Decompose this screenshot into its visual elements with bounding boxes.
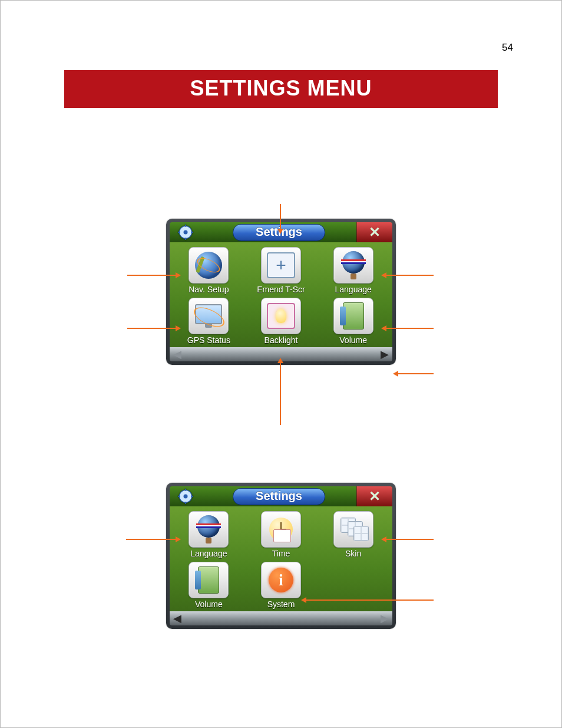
- screen2-grid: Language Time Skin Volume: [170, 506, 392, 611]
- tile-language[interactable]: Language: [322, 247, 384, 294]
- callout-arrow: [126, 539, 176, 540]
- callout-arrow: [280, 363, 281, 425]
- arrowhead-icon: [176, 325, 181, 331]
- next-page-icon[interactable]: ▶: [381, 348, 389, 361]
- tile-skin[interactable]: Skin: [322, 511, 384, 558]
- callout-arrow: [127, 275, 176, 276]
- tile-label: Volume: [195, 599, 223, 609]
- tile-label: Language: [335, 285, 372, 294]
- arrowhead-icon: [381, 272, 386, 278]
- callout-arrow: [386, 328, 434, 329]
- screen2-topbar: Settings ✕: [170, 486, 392, 506]
- prev-page-icon[interactable]: ◀: [173, 612, 181, 625]
- page-number: 54: [502, 42, 513, 54]
- screen1-grid: Nav. Setup + Emend T-Scr Language GPS St…: [170, 242, 392, 347]
- tile-volume[interactable]: Volume: [178, 562, 240, 609]
- svg-point-7: [184, 495, 188, 499]
- tile-nav-setup[interactable]: Nav. Setup: [178, 247, 240, 294]
- close-icon[interactable]: ✕: [356, 486, 392, 506]
- screen2-navbar: ◀ ▶: [170, 611, 392, 625]
- tile-label: Nav. Setup: [189, 285, 229, 294]
- settings-gear-icon[interactable]: [170, 486, 201, 506]
- arrowhead-icon: [176, 272, 181, 278]
- tile-volume[interactable]: Volume: [322, 298, 384, 345]
- callout-arrow: [306, 599, 434, 601]
- close-icon[interactable]: ✕: [356, 222, 392, 242]
- arrowhead-icon: [381, 536, 386, 542]
- callout-arrow: [280, 204, 281, 229]
- tile-label: Skin: [345, 549, 361, 558]
- callout-arrow: [398, 373, 434, 374]
- tile-gps-status[interactable]: GPS Status: [178, 298, 240, 345]
- callout-arrow: [386, 275, 434, 276]
- page: 54 SETTINGS MENU Settings ✕ Nav. Set: [0, 0, 562, 728]
- screen2-title: Settings: [233, 488, 325, 505]
- arrowhead-icon: [381, 325, 386, 331]
- tile-time[interactable]: Time: [250, 511, 312, 558]
- next-page-icon: ▶: [381, 612, 389, 625]
- arrowhead-icon: [277, 358, 283, 363]
- arrowhead-icon: [176, 536, 181, 542]
- arrowhead-icon: [277, 229, 283, 234]
- arrowhead-icon: [393, 371, 398, 377]
- tile-backlight[interactable]: Backlight: [250, 298, 312, 345]
- page-title: SETTINGS MENU: [64, 70, 498, 108]
- tile-label: GPS Status: [187, 335, 230, 345]
- svg-point-1: [184, 230, 188, 235]
- device-frame-1: Settings ✕ Nav. Setup + Emend T-Scr: [166, 219, 396, 365]
- arrowhead-icon: [301, 597, 306, 603]
- callout-arrow: [127, 328, 176, 329]
- tile-label: System: [267, 599, 295, 609]
- tile-label: Time: [272, 549, 290, 558]
- tile-label: Emend T-Scr: [257, 285, 305, 294]
- tile-label: Backlight: [265, 335, 298, 345]
- settings-gear-icon[interactable]: [170, 222, 201, 242]
- device-frame-2: Settings ✕ Language Time Skin: [166, 483, 396, 629]
- tile-label: Language: [190, 549, 227, 558]
- tile-emend-tscr[interactable]: + Emend T-Scr: [250, 247, 312, 294]
- prev-page-icon: ◀: [173, 348, 181, 361]
- tile-label: Volume: [339, 335, 367, 345]
- callout-arrow: [386, 539, 434, 540]
- tile-language[interactable]: Language: [178, 511, 240, 558]
